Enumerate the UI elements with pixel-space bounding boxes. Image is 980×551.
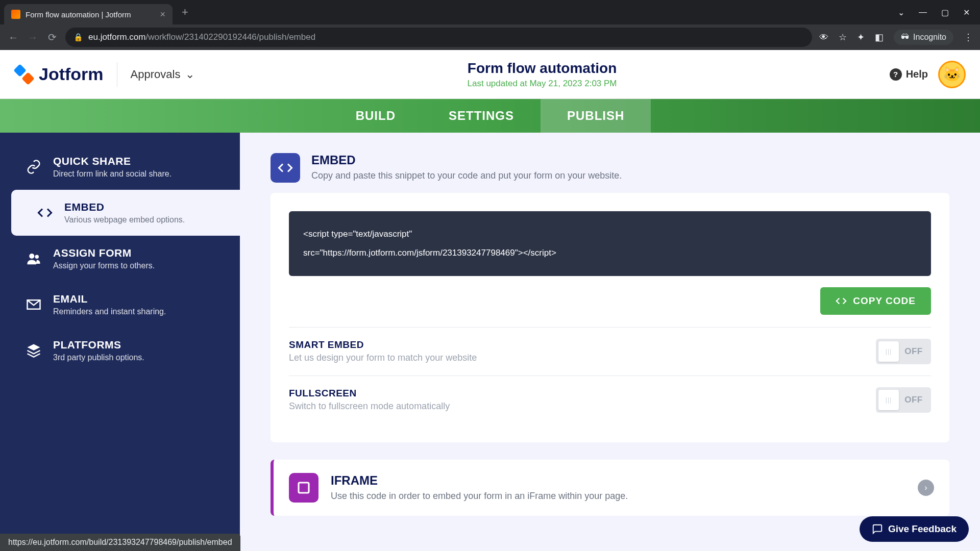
sidebar-item-assign-form[interactable]: ASSIGN FORMAssign your forms to others. (0, 236, 240, 282)
iframe-desc: Use this code in order to embed your for… (331, 491, 628, 502)
smart-embed-toggle[interactable]: OFF (876, 339, 931, 364)
logo-text: Jotform (39, 64, 104, 84)
layers-icon (26, 342, 42, 359)
last-updated-text: Last updated at May 21, 2023 2:03 PM (194, 79, 889, 89)
chevron-right-icon[interactable]: › (918, 480, 934, 496)
forward-icon[interactable]: → (27, 32, 39, 43)
status-bar: https://eu.jotform.com/build/23139324779… (0, 534, 240, 551)
svg-marker-2 (28, 344, 40, 351)
tab-settings[interactable]: SETTINGS (422, 99, 541, 133)
iframe-badge-icon (289, 473, 318, 503)
iframe-card[interactable]: IFRAME Use this code in order to embed y… (271, 460, 949, 516)
smart-embed-row: SMART EMBED Let us design your form to m… (289, 327, 931, 375)
favicon-icon (11, 10, 20, 19)
sidebar-item-embed[interactable]: EMBEDVarious webpage embed options. (11, 190, 240, 236)
divider (117, 62, 117, 87)
star-icon[interactable]: ☆ (839, 32, 847, 43)
incognito-badge[interactable]: 🕶 Incognito (894, 30, 953, 45)
chevron-down-icon: ⌄ (185, 68, 194, 81)
jotform-logo[interactable]: Jotform (14, 64, 104, 84)
menu-icon[interactable]: ⋮ (964, 32, 973, 43)
url-input[interactable]: 🔒 eu.jotform.com/workflow/23140229019244… (65, 28, 812, 47)
lock-icon: 🔒 (74, 33, 83, 42)
iframe-title: IFRAME (331, 473, 628, 488)
help-link[interactable]: ? Help (890, 68, 928, 81)
embed-desc: Copy and paste this snippet to your code… (311, 170, 622, 181)
users-icon (26, 251, 42, 267)
maximize-icon[interactable]: ▢ (941, 8, 949, 17)
header-center: Form flow automation Last updated at May… (194, 60, 889, 89)
incognito-icon: 🕶 (901, 33, 909, 42)
address-bar: ← → ⟳ 🔒 eu.jotform.com/workflow/23140229… (0, 24, 980, 50)
sidepanel-icon[interactable]: ◧ (875, 32, 884, 43)
give-feedback-button[interactable]: Give Feedback (860, 516, 969, 542)
svg-point-0 (29, 254, 34, 259)
link-icon (26, 159, 42, 175)
embed-section-header: EMBED Copy and paste this snippet to you… (271, 153, 949, 183)
copy-code-button[interactable]: COPY CODE (820, 287, 931, 315)
sidebar-item-email[interactable]: EMAILReminders and instant sharing. (0, 282, 240, 328)
toggle-knob-icon (878, 390, 899, 410)
tab-build[interactable]: BUILD (329, 99, 422, 133)
fullscreen-toggle[interactable]: OFF (876, 387, 931, 413)
tab-title: Form flow automation | Jotform (26, 10, 155, 19)
reload-icon[interactable]: ⟳ (46, 31, 58, 43)
embed-card: <script type="text/javascript" src="http… (271, 193, 949, 442)
code-icon (37, 205, 53, 221)
close-tab-icon[interactable]: × (160, 9, 165, 20)
extensions-icon[interactable]: ✦ (857, 32, 865, 43)
svg-point-1 (35, 255, 39, 259)
logo-mark-icon (14, 65, 34, 84)
fullscreen-row: FULLSCREEN Switch to fullscreen mode aut… (289, 375, 931, 424)
embed-badge-icon (271, 153, 300, 183)
toggle-knob-icon (878, 341, 899, 362)
svg-rect-3 (299, 483, 309, 493)
sidebar-item-platforms[interactable]: PLATFORMS3rd party publish options. (0, 328, 240, 373)
help-icon: ? (890, 68, 902, 81)
workflow-title: Form flow automation (194, 60, 889, 77)
code-snippet[interactable]: <script type="text/javascript" src="http… (289, 211, 931, 276)
sidebar: QUICK SHAREDirect form link and social s… (0, 133, 240, 551)
browser-tab[interactable]: Form flow automation | Jotform × (4, 4, 173, 24)
minimize-icon[interactable]: — (919, 8, 927, 17)
url-text: eu.jotform.com/workflow/231402290192446/… (88, 32, 315, 42)
window-controls: ⌄ — ▢ ✕ (898, 8, 976, 17)
browser-titlebar: Form flow automation | Jotform × + ⌄ — ▢… (0, 0, 980, 24)
main-content: EMBED Copy and paste this snippet to you… (240, 133, 980, 551)
tabs-dropdown-icon[interactable]: ⌄ (898, 8, 904, 17)
embed-title: EMBED (311, 153, 622, 167)
email-icon (26, 296, 42, 313)
eye-crossed-icon[interactable]: 👁 (819, 32, 828, 43)
new-tab-button[interactable]: + (182, 6, 188, 19)
tab-publish[interactable]: PUBLISH (541, 99, 651, 133)
approvals-dropdown[interactable]: Approvals ⌄ (131, 68, 195, 81)
main-tabs: BUILD SETTINGS PUBLISH (0, 99, 980, 133)
app-header: Jotform Approvals ⌄ Form flow automation… (0, 50, 980, 99)
close-window-icon[interactable]: ✕ (963, 8, 970, 17)
back-icon[interactable]: ← (7, 32, 19, 43)
user-avatar[interactable]: 🐱 (938, 61, 966, 88)
sidebar-item-quick-share[interactable]: QUICK SHAREDirect form link and social s… (0, 144, 240, 190)
